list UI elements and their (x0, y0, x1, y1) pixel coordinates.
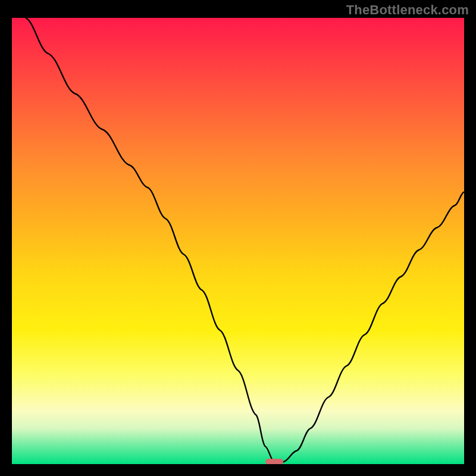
chart-frame: TheBottleneck.com (0, 0, 476, 476)
minimum-marker (265, 459, 283, 464)
plot-area (12, 18, 464, 464)
bottleneck-curve-path (26, 18, 464, 462)
chart-curve-svg (12, 18, 464, 464)
watermark-text: TheBottleneck.com (346, 2, 469, 18)
